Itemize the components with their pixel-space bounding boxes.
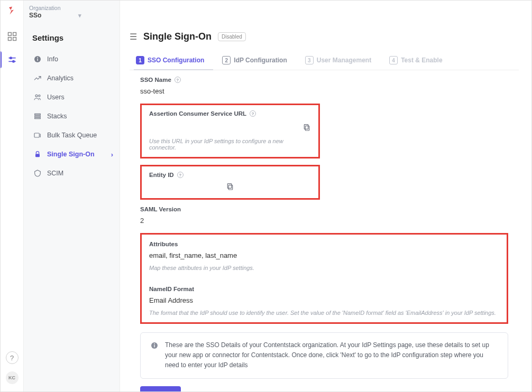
field-value: 2: [140, 217, 508, 225]
copy-icon[interactable]: [226, 182, 234, 191]
user-avatar[interactable]: KC: [6, 371, 19, 384]
field-label-text: Attributes: [149, 241, 178, 247]
sidebar-item-label: Stacks: [47, 113, 67, 120]
svg-point-6: [10, 57, 11, 59]
tab-label: User Management: [317, 57, 371, 64]
sidebar-item-users[interactable]: Users: [24, 88, 120, 107]
menu-icon[interactable]: ☰: [130, 32, 137, 42]
button-label: Next: [151, 390, 166, 391]
tab-number: 3: [305, 56, 314, 64]
org-label: Organization: [29, 5, 111, 11]
info-icon: [33, 55, 42, 63]
chevron-right-icon: ›: [111, 151, 113, 158]
svg-rect-14: [35, 116, 41, 117]
app-frame: Organization SSo ▾ ? KC Settings Info An: [0, 0, 532, 392]
brand-logo-icon[interactable]: [7, 6, 17, 15]
svg-rect-19: [304, 125, 308, 129]
page-header: ☰ Single Sign-On Disabled: [130, 31, 519, 42]
org-selector[interactable]: Organization SSo ▾: [25, 3, 115, 22]
settings-sidebar: Settings Info Analytics Users Stacks Bul…: [24, 1, 120, 391]
field-sso-name: SSO Name ? sso-test: [140, 77, 508, 95]
svg-rect-0: [8, 33, 11, 36]
svg-point-11: [35, 95, 38, 97]
sidebar-item-stacks[interactable]: Stacks: [24, 107, 120, 126]
status-badge: Disabled: [218, 32, 246, 41]
svg-point-10: [37, 57, 38, 58]
field-hint: Map these attributes in your IdP setting…: [149, 265, 499, 271]
svg-rect-20: [228, 185, 232, 190]
settings-rail-icon[interactable]: [7, 54, 17, 65]
svg-rect-17: [35, 154, 40, 157]
svg-rect-15: [35, 118, 41, 119]
svg-rect-21: [227, 184, 231, 189]
users-icon: [33, 93, 42, 101]
tab-number: 2: [222, 56, 231, 64]
svg-rect-23: [154, 345, 154, 348]
info-text: These are the SSO Details of your Conten…: [165, 340, 498, 371]
chevron-right-icon: ›: [169, 390, 171, 391]
org-name: SSo: [29, 12, 41, 19]
sidebar-item-label: Single Sign-On: [47, 151, 95, 158]
tab-idp-configuration[interactable]: 2 IdP Configuration: [222, 52, 287, 70]
sidebar-item-scim[interactable]: SCIM: [24, 164, 120, 183]
queue-icon: [33, 131, 42, 139]
field-label-text: Assertion Consumer Service URL: [149, 110, 246, 117]
field-value: Email Address: [149, 296, 499, 304]
svg-rect-1: [13, 33, 16, 36]
highlight-acs-url: Assertion Consumer Service URL ? Use thi…: [140, 104, 320, 158]
svg-rect-2: [8, 38, 11, 41]
help-icon[interactable]: ?: [6, 351, 19, 364]
tab-user-management: 3 User Management: [305, 52, 371, 70]
sidebar-item-analytics[interactable]: Analytics: [24, 69, 120, 88]
tab-number: 4: [389, 56, 398, 64]
info-icon: [150, 341, 159, 350]
apps-icon[interactable]: [7, 31, 17, 42]
stacks-icon: [33, 112, 42, 120]
sidebar-item-bulk-task-queue[interactable]: Bulk Task Queue: [24, 126, 120, 145]
sidebar-item-info[interactable]: Info: [24, 50, 120, 69]
tab-label: Test & Enable: [401, 57, 442, 64]
svg-rect-9: [37, 59, 38, 61]
field-hint: Use this URL in your IdP settings to con…: [149, 138, 311, 151]
tab-label: IdP Configuration: [234, 57, 287, 64]
svg-rect-3: [13, 38, 16, 41]
highlight-attributes-nameid: Attributes email, first_name, last_name …: [140, 233, 508, 324]
field-saml-version: SAML Version 2: [140, 206, 508, 225]
help-tooltip-icon[interactable]: ?: [250, 110, 256, 117]
sidebar-title: Settings: [24, 33, 120, 50]
help-tooltip-icon[interactable]: ?: [177, 172, 184, 178]
field-hint: The format that the IdP should use to id…: [149, 310, 499, 316]
info-box: These are the SSO Details of your Conten…: [140, 332, 508, 379]
tab-sso-configuration[interactable]: 1 SSO Configuration: [136, 52, 204, 70]
svg-rect-13: [35, 114, 41, 115]
sidebar-item-single-sign-on[interactable]: Single Sign-On ›: [24, 145, 120, 164]
tab-number: 1: [136, 56, 144, 64]
svg-rect-18: [305, 126, 309, 130]
chevron-down-icon: ▾: [78, 12, 81, 19]
field-label-text: SSO Name: [140, 77, 171, 83]
field-label-text: SAML Version: [140, 206, 181, 212]
field-label-text: NameID Format: [149, 286, 194, 292]
page-title: Single Sign-On: [143, 31, 212, 42]
analytics-icon: [33, 74, 42, 82]
copy-icon[interactable]: [302, 123, 311, 132]
field-value: sso-test: [140, 87, 508, 95]
tab-test-enable: 4 Test & Enable: [389, 52, 442, 70]
svg-point-7: [12, 61, 14, 62]
svg-rect-16: [34, 133, 39, 137]
sidebar-item-label: Bulk Task Queue: [47, 132, 97, 139]
wizard-tabs: 1 SSO Configuration 2 IdP Configuration …: [130, 52, 519, 70]
tab-label: SSO Configuration: [148, 57, 204, 64]
highlight-entity-id: Entity ID ?: [140, 165, 320, 200]
sidebar-item-label: Analytics: [47, 74, 74, 82]
field-value: email, first_name, last_name: [149, 251, 499, 259]
scim-icon: [33, 169, 42, 178]
form-area: SSO Name ? sso-test Assertion Consumer S…: [130, 70, 519, 391]
next-button[interactable]: Next ›: [140, 386, 181, 391]
field-label-text: Entity ID: [149, 172, 174, 178]
help-tooltip-icon[interactable]: ?: [175, 77, 181, 83]
left-rail: ? KC: [1, 1, 24, 391]
sidebar-item-label: Users: [47, 94, 65, 101]
sidebar-item-label: Info: [47, 55, 58, 63]
lock-icon: [33, 150, 42, 158]
